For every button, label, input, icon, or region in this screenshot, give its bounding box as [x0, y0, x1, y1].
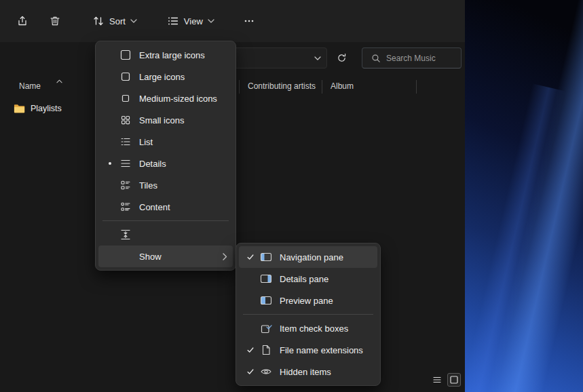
show-submenu: Navigation pane Details pane Preview pan…: [236, 243, 381, 386]
check-icon: [242, 346, 259, 354]
desktop-wallpaper: [465, 0, 583, 392]
share-icon: [16, 15, 29, 27]
hidden-items-eye-icon: [259, 366, 273, 378]
view-menu-item-large-icons[interactable]: Large icons: [98, 66, 233, 87]
view-button-label: View: [184, 16, 203, 26]
preview-pane-icon: [259, 294, 273, 307]
column-separator[interactable]: [239, 80, 240, 94]
menu-item-label: Content: [139, 202, 227, 212]
menu-item-label: File name extensions: [280, 345, 372, 355]
menu-item-label: Hidden items: [280, 367, 372, 377]
menu-item-label: Item check boxes: [280, 324, 372, 334]
view-menu-item-content[interactable]: Content: [98, 196, 233, 218]
see-more-button[interactable]: [236, 9, 263, 33]
view-dropdown-menu: Extra large icons Large icons Medium-siz…: [95, 41, 236, 271]
selected-radio-dot: [109, 162, 111, 165]
menu-item-label: Small icons: [139, 115, 227, 125]
search-input[interactable]: [386, 54, 455, 63]
menu-item-label: Navigation pane: [280, 252, 372, 262]
view-menu-item-list[interactable]: List: [98, 131, 233, 153]
view-menu-item-medium-sized-icons[interactable]: Medium-sized icons: [98, 87, 233, 109]
trash-icon: [49, 15, 61, 27]
view-menu-item-extra-large-icons[interactable]: Extra large icons: [98, 44, 233, 66]
menu-item-label: Preview pane: [280, 296, 372, 306]
large-icons-view-toggle-button[interactable]: [447, 373, 461, 387]
menu-item-label: Show: [139, 252, 223, 262]
details-icon: [119, 157, 132, 170]
search-box[interactable]: [362, 47, 462, 68]
submenu-arrow-icon: [223, 253, 227, 260]
view-menu-item-show[interactable]: Show: [98, 246, 233, 267]
check-icon: [242, 368, 259, 376]
item-check-boxes-icon: [259, 322, 273, 334]
menu-separator: [102, 220, 229, 221]
view-button[interactable]: View: [159, 9, 222, 33]
show-submenu-item-details-pane[interactable]: Details pane: [239, 268, 377, 290]
sort-button[interactable]: Sort: [85, 9, 145, 33]
column-header-name[interactable]: Name: [19, 81, 41, 91]
more-icon: [244, 16, 255, 26]
view-icon: [167, 15, 179, 27]
selection-indicator: [101, 162, 119, 165]
medium-icons-icon: [119, 92, 132, 104]
column-separator[interactable]: [322, 80, 322, 94]
show-submenu-item-preview-pane[interactable]: Preview pane: [239, 290, 377, 311]
refresh-button[interactable]: [333, 49, 351, 67]
command-toolbar: Sort View: [0, 0, 465, 42]
content-icon: [119, 201, 132, 213]
folder-icon: [14, 104, 25, 113]
show-submenu-item-file-name-extensions[interactable]: File name extensions: [239, 339, 377, 361]
column-header-album[interactable]: Album: [331, 81, 354, 91]
sort-ascending-icon: [56, 79, 62, 83]
large-icons-view-icon: [449, 375, 459, 385]
view-menu-item-tiles[interactable]: Tiles: [98, 174, 233, 196]
menu-item-label: Details: [139, 159, 227, 169]
sort-button-label: Sort: [109, 16, 126, 26]
column-header-contributing-artists[interactable]: Contributing artists: [248, 81, 316, 91]
details-pane-icon: [259, 273, 273, 285]
large-icons-icon: [119, 71, 132, 83]
show-submenu-item-navigation-pane[interactable]: Navigation pane: [239, 246, 377, 268]
refresh-icon: [337, 53, 347, 63]
chevron-down-icon: [208, 19, 214, 23]
check-icon: [242, 253, 259, 261]
menu-item-label: List: [139, 137, 227, 147]
show-submenu-item-item-check-boxes[interactable]: Item check boxes: [239, 317, 377, 339]
details-view-toggle-button[interactable]: [430, 373, 444, 387]
list-icon: [119, 136, 132, 148]
navigation-pane-icon: [259, 251, 273, 263]
share-button[interactable]: [9, 9, 36, 33]
chevron-down-icon: [130, 19, 137, 23]
column-separator[interactable]: [416, 80, 417, 94]
menu-item-label: Tiles: [139, 180, 227, 191]
extra-large-icons-icon: [119, 49, 132, 61]
sort-icon: [92, 15, 105, 27]
statusbar-view-toggles: [430, 373, 461, 387]
menu-separator: [243, 314, 373, 315]
menu-item-label: Large icons: [139, 72, 227, 82]
compact-view-icon: [119, 229, 132, 241]
screen: Sort View: [0, 0, 583, 392]
file-name-extensions-icon: [259, 344, 273, 356]
search-icon: [371, 54, 381, 63]
menu-item-label: Extra large icons: [139, 50, 227, 60]
menu-item-label: Medium-sized icons: [139, 94, 227, 104]
show-submenu-item-hidden-items[interactable]: Hidden items: [239, 361, 377, 383]
details-view-icon: [432, 375, 442, 385]
view-menu-item-small-icons[interactable]: Small icons: [98, 109, 233, 131]
delete-button[interactable]: [41, 9, 69, 33]
view-menu-item-compact-view[interactable]: [98, 224, 233, 246]
address-dropdown-chevron-icon[interactable]: [309, 50, 326, 67]
view-menu-item-details[interactable]: Details: [98, 153, 233, 174]
tiles-icon: [119, 179, 132, 191]
small-icons-icon: [119, 114, 132, 126]
file-name-label: Playlists: [31, 104, 62, 113]
menu-item-label: Details pane: [280, 274, 372, 284]
